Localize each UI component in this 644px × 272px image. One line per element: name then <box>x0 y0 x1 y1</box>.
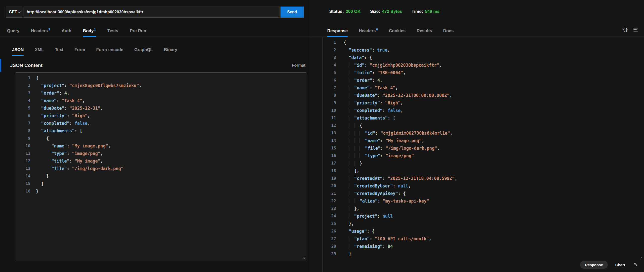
indent-guide <box>349 108 354 113</box>
response-tabs: ResponseHeaders6CookiesResultsDocs <box>310 25 644 37</box>
indent-guide <box>349 85 354 90</box>
line-number: 25 <box>323 220 336 227</box>
indent-guide <box>344 191 349 196</box>
response-view-button[interactable]: Response <box>580 261 608 269</box>
line-number: 9 <box>16 135 30 142</box>
body-tab-json[interactable]: JSON <box>12 47 24 55</box>
code-text: "dueDate": "2025-12-31", <box>30 104 103 112</box>
code-line: 10 "completed": false, <box>323 107 644 114</box>
line-number: 10 <box>16 142 30 150</box>
tab-body[interactable]: Body1 <box>83 28 96 36</box>
code-text: "name": "My image.png", <box>336 137 424 144</box>
body-tab-binary[interactable]: Binary <box>164 47 177 55</box>
tab-label: Results <box>417 28 432 33</box>
body-tab-form-encode[interactable]: Form-encode <box>96 47 123 55</box>
response-json-viewer[interactable]: 1{2 "success": true,3 "data": {4 "id": "… <box>323 37 644 272</box>
indent-guide <box>344 123 349 128</box>
code-line: 12 "title": "My image", <box>16 157 306 165</box>
indent-guide <box>359 153 365 158</box>
code-line: 13 "file": "/img/logo-dark.png" <box>16 165 306 172</box>
indent-guide <box>344 100 349 105</box>
indent-guide <box>344 229 349 234</box>
code-text: "project": "cmjek8ugc00flqwbs7smzieku", <box>30 82 142 89</box>
code-text: { <box>336 122 362 129</box>
code-line: 3 "data": { <box>323 54 644 61</box>
tab-label: GraphQL <box>134 47 153 52</box>
expand-icon[interactable] <box>633 262 638 267</box>
tab-query[interactable]: Query <box>7 28 19 36</box>
response-tab-headers[interactable]: Headers6 <box>359 28 378 36</box>
indent-guide <box>349 78 354 83</box>
line-number: 27 <box>323 235 336 243</box>
line-number: 7 <box>16 120 30 127</box>
code-line: 24 "project": null <box>323 212 644 220</box>
code-line: 23 }, <box>323 205 644 212</box>
indent-guide <box>354 146 359 151</box>
indent-guide <box>359 146 365 151</box>
code-text: "name": "My image.png", <box>30 142 111 150</box>
code-line: 28 "remaining": 84 <box>323 243 644 250</box>
code-line: 12 { <box>323 122 644 129</box>
tab-label: Text <box>55 47 63 52</box>
body-tab-form[interactable]: Form <box>74 47 85 55</box>
code-line: 9 { <box>16 135 306 142</box>
scroll-indicator[interactable] <box>0 59 1 72</box>
code-text: { <box>30 74 38 82</box>
response-tab-response[interactable]: Response <box>327 28 348 36</box>
indent-guide <box>349 183 354 188</box>
json-body-editor[interactable]: 1{2 "project": "cmjek8ugc00flqwbs7smziek… <box>16 72 306 260</box>
tab-tests[interactable]: Tests <box>107 28 118 36</box>
indent-guide <box>344 131 349 136</box>
line-number: 6 <box>16 112 30 120</box>
indent-guide <box>349 115 354 121</box>
body-tab-text[interactable]: Text <box>55 47 63 55</box>
response-tab-results[interactable]: Results <box>417 28 432 36</box>
code-text: "completed": false, <box>336 107 403 114</box>
tab-headers[interactable]: Headers3 <box>31 28 50 36</box>
code-line: 29 } <box>323 250 644 258</box>
response-tab-docs[interactable]: Docs <box>443 28 454 36</box>
indent-guide <box>349 131 354 136</box>
line-number: 14 <box>16 172 30 180</box>
line-number: 13 <box>16 165 30 172</box>
code-line: 22 "alias": "my-tasks-api-key" <box>323 197 644 205</box>
tab-label: Form <box>74 47 85 52</box>
resize-grip-icon[interactable] <box>302 256 306 259</box>
code-line: 5 "dueDate": "2025-12-31", <box>16 104 306 112</box>
indent-guide <box>349 214 354 219</box>
code-line: 6 "order": 4, <box>323 76 644 84</box>
tab-auth[interactable]: Auth <box>62 28 71 36</box>
tab-pre-run[interactable]: Pre Run <box>130 28 146 36</box>
line-number: 22 <box>323 197 336 205</box>
code-text: "order": 4, <box>30 89 69 97</box>
code-line: 14 } <box>16 172 306 180</box>
line-number: 3 <box>16 89 30 97</box>
code-line: 15 "file": "/img/logo-dark.png", <box>323 144 644 152</box>
send-button[interactable]: Send <box>280 7 304 18</box>
indent-guide <box>354 153 359 158</box>
indent-guide <box>349 176 354 181</box>
scrollbar-down-icon[interactable]: ▾ <box>640 255 642 259</box>
body-tab-xml[interactable]: XML <box>35 47 44 55</box>
body-tab-graphql[interactable]: GraphQL <box>134 47 153 55</box>
line-number: 9 <box>323 99 336 107</box>
method-select[interactable]: GET <box>6 7 23 18</box>
indent-guide <box>344 108 349 113</box>
url-input[interactable]: http://localhost:3000/api/tasks/cmjg1dmh… <box>23 7 279 18</box>
menu-lines-icon[interactable] <box>633 28 638 31</box>
indent-guide <box>344 85 349 90</box>
tab-label: JSON <box>12 47 24 52</box>
code-text: }, <box>336 220 354 227</box>
code-text: }, <box>336 205 359 212</box>
format-button[interactable]: Format <box>292 63 305 68</box>
tab-badge: 1 <box>94 28 96 31</box>
indent-guide <box>344 244 349 249</box>
json-content-label: JSON Content <box>10 63 43 68</box>
braces-icon[interactable]: {} <box>623 27 628 32</box>
code-line: 7 "name": "Task 4", <box>323 84 644 92</box>
chart-view-button[interactable]: Chart <box>615 263 625 267</box>
line-number: 18 <box>323 167 336 175</box>
indent-guide <box>349 70 354 75</box>
response-tab-cookies[interactable]: Cookies <box>389 28 406 36</box>
method-value: GET <box>9 10 17 14</box>
